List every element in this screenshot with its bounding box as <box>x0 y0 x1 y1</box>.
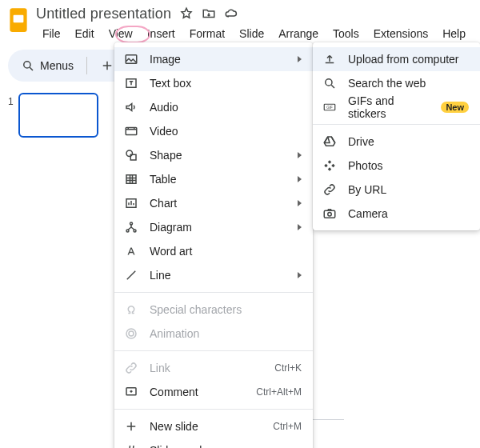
slide-thumbnail-panel: 1 <box>0 86 112 448</box>
omega-icon <box>124 302 138 317</box>
submenu-arrow-icon <box>298 176 302 182</box>
image-drive[interactable]: Drive <box>313 130 480 154</box>
menu-label: Camera <box>348 207 469 220</box>
image-submenu-popup: Upload from computer Search the web GIF … <box>313 42 480 230</box>
titlebar: Untitled presentation File Edit View Ins… <box>0 0 480 43</box>
image-camera[interactable]: Camera <box>313 202 480 226</box>
menu-label: Upload from computer <box>348 53 469 66</box>
hash-icon <box>124 443 138 448</box>
gif-icon: GIF <box>322 100 337 114</box>
menu-label: Diagram <box>150 221 282 234</box>
link-icon <box>124 361 138 375</box>
shape-icon <box>124 148 138 162</box>
menu-help[interactable]: Help <box>436 24 472 43</box>
insert-audio[interactable]: Audio <box>114 95 313 119</box>
svg-point-14 <box>126 329 136 338</box>
insert-new-slide[interactable]: New slide Ctrl+M <box>114 414 313 438</box>
star-icon[interactable] <box>179 6 194 21</box>
menu-tools[interactable]: Tools <box>326 24 366 43</box>
menu-separator <box>114 409 313 410</box>
menu-separator <box>313 124 480 125</box>
submenu-arrow-icon <box>298 272 302 278</box>
menu-label: Video <box>150 125 302 138</box>
plus-icon <box>124 419 138 434</box>
shortcut-label: Ctrl+M <box>273 421 302 432</box>
toolbar-separator <box>86 57 87 74</box>
svg-point-2 <box>24 62 30 68</box>
insert-link: Link Ctrl+K <box>114 356 313 380</box>
menu-label: Drive <box>348 135 469 148</box>
document-title[interactable]: Untitled presentation <box>36 6 171 22</box>
menu-separator <box>114 292 313 293</box>
insert-wordart[interactable]: Word art <box>114 239 313 263</box>
insert-image[interactable]: Image <box>114 47 313 71</box>
menu-label: Table <box>150 173 282 186</box>
move-to-folder-icon[interactable] <box>202 6 216 21</box>
svg-text:GIF: GIF <box>326 106 333 110</box>
search-menus-label: Menus <box>40 59 74 72</box>
menu-label: Shape <box>150 149 282 162</box>
insert-menu-popup: Image Text box Audio Video Shape Table C… <box>114 42 313 448</box>
insert-line[interactable]: Line <box>114 263 313 287</box>
menu-view[interactable]: View <box>102 24 139 43</box>
insert-textbox[interactable]: Text box <box>114 71 313 95</box>
new-badge: New <box>441 102 469 113</box>
insert-diagram[interactable]: Diagram <box>114 215 313 239</box>
diagram-icon <box>124 220 138 234</box>
link-icon <box>322 182 337 197</box>
menu-slide[interactable]: Slide <box>233 24 270 43</box>
insert-chart[interactable]: Chart <box>114 191 313 215</box>
table-icon <box>124 172 138 186</box>
menu-label: GIFs and stickers <box>348 94 425 120</box>
slide-thumbnail-1[interactable] <box>18 93 98 138</box>
submenu-arrow-icon <box>298 224 302 230</box>
image-gifs-stickers[interactable]: GIF GIFs and stickers New <box>313 95 480 119</box>
drive-icon <box>322 134 337 149</box>
menu-arrange[interactable]: Arrange <box>272 24 325 43</box>
upload-icon <box>322 52 337 66</box>
insert-shape[interactable]: Shape <box>114 143 313 167</box>
svg-rect-20 <box>324 210 335 218</box>
image-search-web[interactable]: Search the web <box>313 71 480 95</box>
submenu-arrow-icon <box>298 152 302 158</box>
menubar: File Edit View Insert Format Slide Arran… <box>36 22 472 43</box>
menu-format[interactable]: Format <box>183 24 231 43</box>
line-icon <box>124 268 138 282</box>
image-upload-from-computer[interactable]: Upload from computer <box>313 47 480 71</box>
cloud-status-icon[interactable] <box>224 6 238 21</box>
svg-point-10 <box>130 222 133 225</box>
search-menus-button[interactable]: Menus <box>13 54 82 77</box>
menu-label: Audio <box>150 101 302 114</box>
shortcut-label: Ctrl+K <box>274 362 302 374</box>
chart-icon <box>124 196 138 210</box>
menu-label: Photos <box>348 159 469 172</box>
insert-animation: Animation <box>114 322 313 346</box>
insert-video[interactable]: Video <box>114 119 313 143</box>
submenu-arrow-icon <box>298 200 302 206</box>
svg-rect-5 <box>126 128 137 135</box>
submenu-arrow-icon <box>298 56 302 62</box>
shortcut-label: Ctrl+Alt+M <box>256 386 302 398</box>
insert-comment[interactable]: Comment Ctrl+Alt+M <box>114 380 313 404</box>
svg-point-6 <box>126 150 133 157</box>
image-by-url[interactable]: By URL <box>313 178 480 202</box>
slide-number: 1 <box>8 93 14 138</box>
menu-edit[interactable]: Edit <box>69 24 101 43</box>
menu-label: New slide <box>150 420 262 433</box>
menu-extensions[interactable]: Extensions <box>367 24 434 43</box>
insert-table[interactable]: Table <box>114 167 313 191</box>
svg-point-12 <box>134 230 136 232</box>
image-icon <box>124 52 138 66</box>
svg-point-21 <box>328 213 332 217</box>
menu-label: Image <box>150 53 282 66</box>
slides-logo[interactable] <box>8 5 30 35</box>
svg-point-11 <box>126 230 129 232</box>
menu-label: Comment <box>150 386 245 398</box>
menu-label: Chart <box>150 197 282 210</box>
image-photos[interactable]: Photos <box>313 154 480 178</box>
menu-file[interactable]: File <box>36 24 67 43</box>
menu-label: Word art <box>150 245 302 258</box>
insert-slide-numbers[interactable]: Slide numbers <box>114 438 313 448</box>
audio-icon <box>124 100 138 114</box>
menu-insert[interactable]: Insert <box>141 24 182 43</box>
